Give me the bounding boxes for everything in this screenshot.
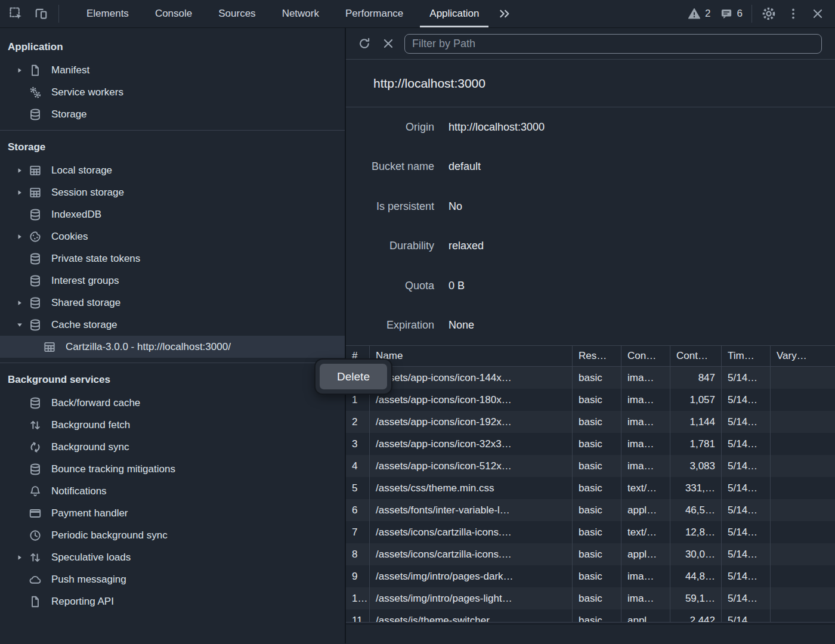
table-row[interactable]: 3 /assets/app-icons/icon-32x3… basic ima… <box>346 433 835 455</box>
cell-index: 7 <box>346 521 370 543</box>
sidebar-item-label: Private state tokens <box>51 253 140 265</box>
table-row[interactable]: 5 /assets/css/theme.min.css basic text/…… <box>346 477 835 499</box>
device-toolbar-icon[interactable] <box>33 6 49 21</box>
detail-row-expiration: Expiration None <box>346 306 835 346</box>
cell-content-length: 30,0… <box>670 543 722 565</box>
cache-entries-table: # Name Res… Con… Cont… Tim… Vary… 0 /ass… <box>346 346 835 622</box>
column-header-time-cached[interactable]: Tim… <box>722 346 771 366</box>
sidebar-item-label: Shared storage <box>51 297 120 309</box>
cache-toolbar <box>346 28 835 60</box>
cache-storage-panel: http://localhost:3000 Origin http://loca… <box>346 28 835 643</box>
console-messages-indicator[interactable]: 6 <box>720 7 743 20</box>
sidebar-item-bounce-tracking-mitigations[interactable]: Bounce tracking mitigations <box>0 458 345 480</box>
sidebar-item-interest-groups[interactable]: Interest groups <box>0 270 345 292</box>
cell-vary <box>771 455 835 477</box>
sidebar-item-notifications[interactable]: Notifications <box>0 480 345 502</box>
close-icon[interactable] <box>810 6 825 21</box>
kebab-menu-icon[interactable] <box>785 6 801 21</box>
column-header-vary[interactable]: Vary… <box>771 346 835 366</box>
expander-icon[interactable] <box>16 233 24 241</box>
expander-icon[interactable] <box>16 299 24 307</box>
section-divider <box>0 363 345 363</box>
cell-time-cached: 5/14… <box>722 433 771 455</box>
column-header-content-length[interactable]: Cont… <box>670 346 722 366</box>
sidebar-item-cache-storage[interactable]: Cache storage <box>0 314 345 336</box>
bell-icon <box>29 485 42 498</box>
tab-console[interactable]: Console <box>142 0 205 27</box>
sidebar-item-session-storage[interactable]: Session storage <box>0 181 345 203</box>
sidebar-item-push-messaging[interactable]: Push messaging <box>0 568 345 590</box>
sidebar-item-periodic-background-sync[interactable]: Periodic background sync <box>0 524 345 546</box>
sidebar-item-label: Storage <box>51 109 87 120</box>
inspect-element-icon[interactable] <box>8 6 24 21</box>
sidebar-item-service-workers[interactable]: Service workers <box>0 81 345 103</box>
column-header-content-type[interactable]: Con… <box>621 346 670 366</box>
table-row[interactable]: 4 /assets/app-icons/icon-512x… basic ima… <box>346 455 835 477</box>
table-row[interactable]: 6 /assets/fonts/inter-variable-l… basic … <box>346 499 835 521</box>
table-row[interactable]: 8 /assets/icons/cartzilla-icons.… basic … <box>346 543 835 565</box>
sidebar-item-storage[interactable]: Storage <box>0 103 345 125</box>
up-down-arrows-icon <box>29 551 42 564</box>
devtools-window: Elements Console Sources Network Perform… <box>0 0 835 644</box>
column-header-name[interactable]: Name <box>370 346 573 366</box>
collapse-icon[interactable] <box>16 321 24 329</box>
cell-content-type: ima… <box>621 389 670 411</box>
tab-elements[interactable]: Elements <box>73 0 142 27</box>
cell-content-type: ima… <box>621 565 670 587</box>
expander-icon[interactable] <box>16 188 24 197</box>
table-row[interactable]: 2 /assets/app-icons/icon-192x… basic ima… <box>346 411 835 433</box>
tab-label: Network <box>282 8 319 20</box>
table-row[interactable]: 1… /assets/img/intro/pages-light… basic … <box>346 587 835 609</box>
cell-response-type: basic <box>573 367 621 389</box>
clear-icon[interactable] <box>381 36 396 51</box>
tab-performance[interactable]: Performance <box>332 0 416 27</box>
more-tabs-icon[interactable] <box>492 0 517 27</box>
sidebar-item-reporting-api[interactable]: Reporting API <box>0 590 345 612</box>
sidebar-item-private-state-tokens[interactable]: Private state tokens <box>0 247 345 270</box>
table-row[interactable]: 0 /assets/app-icons/icon-144x… basic ima… <box>346 367 835 389</box>
tab-sources[interactable]: Sources <box>205 0 268 27</box>
sidebar-item-indexeddb[interactable]: IndexedDB <box>0 203 345 225</box>
table-row[interactable]: 1 /assets/app-icons/icon-180x… basic ima… <box>346 389 835 411</box>
cell-response-type: basic <box>573 609 621 622</box>
sidebar-item-shared-storage[interactable]: Shared storage <box>0 292 345 314</box>
preview-footer <box>346 624 835 643</box>
sidebar-item-cookies[interactable]: Cookies <box>0 225 345 247</box>
sidebar-item-label: Cookies <box>51 231 88 243</box>
cell-index: 11 <box>346 609 370 622</box>
cell-vary <box>771 587 835 609</box>
bucket-details: Origin http://localhost:3000 Bucket name… <box>346 107 835 346</box>
tab-network[interactable]: Network <box>269 0 332 27</box>
sidebar-item-local-storage[interactable]: Local storage <box>0 159 345 181</box>
cell-vary <box>771 543 835 565</box>
tab-application[interactable]: Application <box>416 0 492 27</box>
table-grid-icon <box>43 340 56 354</box>
settings-gear-icon[interactable] <box>761 6 777 21</box>
sidebar-item-speculative-loads[interactable]: Speculative loads <box>0 546 345 568</box>
sidebar-item-back-forward-cache[interactable]: Back/forward cache <box>0 392 345 414</box>
expander-icon[interactable] <box>16 66 24 75</box>
warnings-indicator[interactable]: 2 <box>688 7 710 20</box>
cell-content-length: 1,781 <box>670 433 722 455</box>
tab-label: Performance <box>345 8 403 20</box>
detail-value: default <box>449 160 481 173</box>
filter-by-path-input[interactable] <box>404 34 822 54</box>
table-row[interactable]: 7 /assets/icons/cartzilla-icons.… basic … <box>346 521 835 543</box>
cell-response-type: basic <box>573 543 621 565</box>
expander-icon[interactable] <box>16 553 24 562</box>
detail-label: Expiration <box>346 319 434 332</box>
cell-vary <box>771 433 835 455</box>
sidebar-item-cartzilla-cache[interactable]: Cartzilla-3.0.0 - http://localhost:3000/ <box>0 336 345 358</box>
detail-row-bucket-name: Bucket name default <box>346 147 835 187</box>
table-row-clipped[interactable]: 11 /assets/js/theme-switcher… basic appl… <box>346 609 835 622</box>
table-row[interactable]: 9 /assets/img/intro/pages-dark… basic im… <box>346 565 835 587</box>
sidebar-item-background-sync[interactable]: Background sync <box>0 436 345 458</box>
context-menu-item-delete[interactable]: Delete <box>320 364 387 389</box>
column-header-response-type[interactable]: Res… <box>573 346 621 366</box>
sidebar-item-payment-handler[interactable]: Payment handler <box>0 502 345 524</box>
sidebar-item-background-fetch[interactable]: Background fetch <box>0 414 345 436</box>
expander-icon[interactable] <box>16 166 24 175</box>
sidebar-item-manifest[interactable]: Manifest <box>0 59 345 81</box>
refresh-icon[interactable] <box>357 36 372 51</box>
cell-vary <box>771 609 835 622</box>
